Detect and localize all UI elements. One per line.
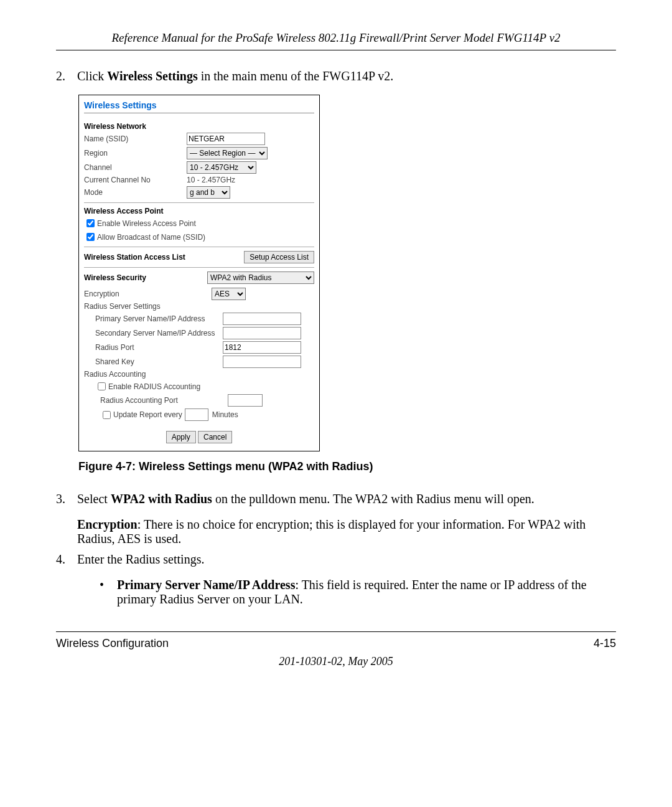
step-3-number: 3. bbox=[56, 492, 77, 506]
step-3-post: on the pulldown menu. The WPA2 with Radi… bbox=[212, 492, 534, 506]
section-access-list: Wireless Station Access List bbox=[84, 253, 185, 262]
step-3: 3. Select WPA2 with Radius on the pulldo… bbox=[56, 492, 616, 506]
ssid-label: Name (SSID) bbox=[84, 134, 187, 143]
apply-button[interactable]: Apply bbox=[166, 431, 196, 443]
step-2: 2. Click Wireless Settings in the main m… bbox=[56, 69, 616, 83]
step-2-bold: Wireless Settings bbox=[107, 69, 197, 83]
security-select[interactable]: WPA2 with Radius bbox=[207, 271, 314, 284]
footer-center: 201-10301-02, May 2005 bbox=[56, 655, 616, 668]
shared-key-input[interactable] bbox=[223, 356, 301, 368]
secondary-server-label: Secondary Server Name/IP Address bbox=[84, 329, 223, 337]
primary-server-input[interactable] bbox=[223, 313, 301, 325]
header-rule bbox=[56, 50, 616, 50]
section-wireless-network: Wireless Network bbox=[84, 122, 314, 131]
section-wireless-security: Wireless Security bbox=[84, 273, 146, 282]
update-report-input[interactable] bbox=[185, 408, 208, 421]
primary-server-label: Primary Server Name/IP Address bbox=[84, 314, 223, 323]
step-3-pre: Select bbox=[77, 492, 111, 506]
encryption-bold: Encryption bbox=[77, 517, 138, 531]
enable-radius-accounting-checkbox[interactable] bbox=[98, 382, 106, 390]
encryption-rest: : There is no choice for encryption; thi… bbox=[77, 517, 586, 545]
section-wap: Wireless Access Point bbox=[84, 207, 314, 215]
radius-accounting-label: Radius Accounting bbox=[84, 370, 146, 379]
shared-key-label: Shared Key bbox=[84, 357, 223, 366]
current-channel-label: Current Channel No bbox=[84, 176, 187, 184]
step-4-text: Enter the Radius settings. bbox=[77, 552, 616, 567]
mode-label: Mode bbox=[84, 188, 187, 197]
step-4-number: 4. bbox=[56, 552, 77, 567]
step-4: 4. Enter the Radius settings. bbox=[56, 552, 616, 567]
step-4-bullet: • Primary Server Name/IP Address: This f… bbox=[100, 578, 616, 606]
encryption-select[interactable]: AES bbox=[212, 288, 246, 300]
footer-rule bbox=[56, 631, 616, 632]
current-channel-value: 10 - 2.457GHz bbox=[187, 176, 235, 184]
enable-radius-accounting-label: Enable RADIUS Accounting bbox=[108, 382, 200, 391]
ssid-input[interactable] bbox=[187, 133, 265, 145]
step-3-bold: WPA2 with Radius bbox=[111, 492, 212, 506]
setup-access-list-button[interactable]: Setup Access List bbox=[244, 251, 314, 263]
cancel-button[interactable]: Cancel bbox=[198, 431, 232, 443]
radius-server-settings-label: Radius Server Settings bbox=[84, 302, 161, 311]
panel-title: Wireless Settings bbox=[84, 100, 314, 113]
footer-row: Wireless Configuration 4-15 bbox=[56, 637, 616, 650]
mode-select[interactable]: g and b bbox=[187, 186, 230, 199]
radius-accounting-port-input[interactable] bbox=[228, 394, 263, 407]
channel-select[interactable]: 10 - 2.457GHz bbox=[187, 161, 256, 174]
step-2-post: in the main menu of the FWG114P v2. bbox=[198, 69, 394, 83]
channel-label: Channel bbox=[84, 163, 187, 172]
page-header: Reference Manual for the ProSafe Wireles… bbox=[56, 31, 616, 50]
update-report-label: Update Report every bbox=[113, 410, 182, 419]
step-2-pre: Click bbox=[77, 69, 107, 83]
bullet-bold: Primary Server Name/IP Address bbox=[117, 578, 295, 592]
allow-broadcast-checkbox[interactable] bbox=[86, 233, 95, 241]
region-label: Region bbox=[84, 149, 187, 158]
encryption-label: Encryption bbox=[84, 290, 212, 298]
radius-accounting-port-label: Radius Accounting Port bbox=[84, 396, 228, 405]
enable-wap-label: Enable Wireless Access Point bbox=[97, 219, 196, 228]
footer-right: 4-15 bbox=[594, 637, 616, 650]
radius-port-input[interactable] bbox=[223, 341, 301, 354]
footer-left: Wireless Configuration bbox=[56, 637, 169, 650]
wireless-settings-panel: Wireless Settings Wireless Network Name … bbox=[78, 95, 320, 451]
figure-caption: Figure 4-7: Wireless Settings menu (WPA2… bbox=[78, 460, 616, 473]
secondary-server-input[interactable] bbox=[223, 327, 301, 339]
step-3-continued: Encryption: There is no choice for encry… bbox=[77, 517, 616, 546]
region-select[interactable]: — Select Region — bbox=[187, 147, 268, 159]
update-report-checkbox[interactable] bbox=[103, 411, 111, 419]
bullet-dot: • bbox=[100, 578, 117, 606]
enable-wap-checkbox[interactable] bbox=[86, 219, 95, 227]
minutes-label: Minutes bbox=[212, 410, 238, 419]
radius-port-label: Radius Port bbox=[84, 343, 223, 352]
step-2-number: 2. bbox=[56, 69, 77, 83]
allow-broadcast-label: Allow Broadcast of Name (SSID) bbox=[97, 233, 205, 242]
